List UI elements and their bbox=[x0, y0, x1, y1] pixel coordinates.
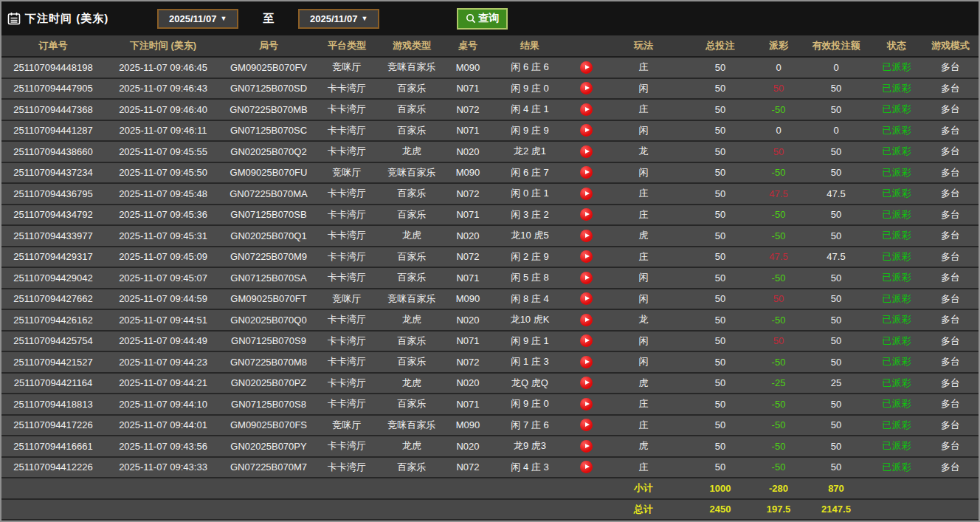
column-header: 结果 bbox=[490, 35, 570, 57]
total-bet: 50 bbox=[685, 57, 756, 78]
play-video-icon[interactable] bbox=[580, 124, 593, 137]
play-method: 虎 bbox=[602, 436, 685, 457]
play-video-icon[interactable] bbox=[580, 398, 593, 411]
game-mode: 多台 bbox=[922, 394, 979, 415]
game-number: GM09025B070FU bbox=[221, 162, 316, 184]
valid-bet-amount: 50 bbox=[801, 267, 871, 289]
play-video-icon[interactable] bbox=[580, 419, 593, 431]
play-video-icon[interactable] bbox=[580, 334, 593, 347]
platform-type: 卡卡湾厅 bbox=[316, 247, 378, 268]
result: 闲 4 庄 1 bbox=[490, 99, 570, 120]
game-mode: 多台 bbox=[922, 457, 979, 478]
game-mode: 多台 bbox=[922, 225, 979, 247]
play-video-icon[interactable] bbox=[580, 166, 593, 179]
subtotal-row-label: 小计 bbox=[602, 478, 685, 499]
payout: -50 bbox=[756, 225, 801, 247]
play-video-icon[interactable] bbox=[580, 145, 593, 158]
payout: -25 bbox=[756, 373, 801, 394]
chevron-down-icon: ▼ bbox=[220, 15, 227, 22]
table-row: 2511070944481982025-11-07 09:46:45GM0902… bbox=[1, 57, 979, 78]
play-method: 闲 bbox=[602, 78, 685, 100]
subtotal-row-total-bet: 1000 bbox=[685, 478, 756, 499]
order-number: 251107094417226 bbox=[1, 415, 105, 436]
table-number: M090 bbox=[446, 57, 490, 78]
query-button[interactable]: 查询 bbox=[457, 8, 508, 30]
betting-records-window: 下注时间 (美东) 2025/11/07 ▼ 至 2025/11/07 ▼ 查询 bbox=[0, 0, 980, 522]
play-video-icon[interactable] bbox=[580, 292, 593, 305]
play-video-icon[interactable] bbox=[580, 440, 593, 453]
play-method: 闲 bbox=[602, 267, 685, 289]
result: 龙10 虎5 bbox=[490, 225, 570, 247]
play-cell bbox=[570, 57, 602, 78]
result: 闲 7 庄 6 bbox=[490, 415, 570, 436]
result: 闲 8 庄 4 bbox=[490, 289, 570, 310]
play-cell bbox=[570, 436, 602, 457]
column-header: 平台类型 bbox=[316, 35, 378, 57]
play-cell bbox=[570, 415, 602, 436]
table-number: N072 bbox=[446, 351, 490, 373]
game-number: GN07225B070M8 bbox=[221, 351, 316, 373]
play-method: 闲 bbox=[602, 331, 685, 352]
bet-time: 2025-11-07 09:45:09 bbox=[105, 247, 221, 268]
play-video-icon[interactable] bbox=[580, 314, 593, 326]
play-cell bbox=[570, 373, 602, 394]
table-row: 2511070944479052025-11-07 09:46:43GN0712… bbox=[1, 78, 979, 100]
platform-type: 竞咪厅 bbox=[316, 162, 378, 184]
total-bet: 50 bbox=[685, 183, 756, 205]
order-number: 251107094429042 bbox=[1, 267, 105, 289]
status-badge: 已派彩 bbox=[871, 205, 922, 226]
play-video-icon[interactable] bbox=[580, 377, 593, 389]
valid-bet-amount: 50 bbox=[801, 141, 871, 162]
game-mode: 多台 bbox=[922, 289, 979, 310]
total-bet: 50 bbox=[685, 78, 756, 100]
play-video-icon[interactable] bbox=[580, 208, 593, 221]
column-header: 下注时间 (美东) bbox=[105, 35, 221, 57]
status-badge: 已派彩 bbox=[871, 289, 922, 310]
game-mode: 多台 bbox=[922, 415, 979, 436]
game-number: GN07225B070MB bbox=[221, 99, 316, 120]
spacer-cell bbox=[871, 499, 979, 521]
table-row: 2511070944386602025-11-07 09:45:55GN0202… bbox=[1, 141, 979, 162]
order-number: 251107094421164 bbox=[1, 373, 105, 394]
total-row-grand-payout: 197.5 bbox=[756, 499, 801, 521]
column-header: 状态 bbox=[871, 35, 922, 57]
total-bet: 50 bbox=[685, 205, 756, 226]
play-cell bbox=[570, 309, 602, 331]
table-number: M090 bbox=[446, 289, 490, 310]
play-video-icon[interactable] bbox=[580, 272, 593, 284]
game-mode: 多台 bbox=[922, 141, 979, 162]
to-label: 至 bbox=[263, 12, 274, 26]
game-type: 百家乐 bbox=[378, 99, 446, 120]
play-video-icon[interactable] bbox=[580, 356, 593, 368]
payout: -50 bbox=[756, 351, 801, 373]
game-type: 百家乐 bbox=[378, 394, 446, 415]
play-video-icon[interactable] bbox=[580, 61, 593, 74]
game-mode: 多台 bbox=[922, 351, 979, 373]
play-video-icon[interactable] bbox=[580, 188, 593, 200]
table-row: 2511070944347922025-11-07 09:45:36GN0712… bbox=[1, 205, 979, 226]
play-video-icon[interactable] bbox=[580, 250, 593, 263]
play-video-icon[interactable] bbox=[580, 230, 593, 242]
play-method: 庄 bbox=[602, 205, 685, 226]
game-mode: 多台 bbox=[922, 267, 979, 289]
total-bet: 50 bbox=[685, 309, 756, 331]
date-to-select[interactable]: 2025/11/07 ▼ bbox=[298, 9, 379, 29]
total-bet: 50 bbox=[685, 351, 756, 373]
order-number: 251107094447368 bbox=[1, 99, 105, 120]
play-video-icon[interactable] bbox=[580, 103, 593, 116]
payout: 50 bbox=[756, 289, 801, 310]
game-mode: 多台 bbox=[922, 162, 979, 184]
order-number: 251107094412226 bbox=[1, 457, 105, 478]
result: 闲 2 庄 9 bbox=[490, 247, 570, 268]
valid-bet-amount: 50 bbox=[801, 162, 871, 184]
valid-bet-amount: 50 bbox=[801, 394, 871, 415]
play-video-icon[interactable] bbox=[580, 82, 593, 95]
status-badge: 已派彩 bbox=[871, 120, 922, 142]
payout: 50 bbox=[756, 331, 801, 352]
play-cell bbox=[570, 78, 602, 100]
payout: 47.5 bbox=[756, 247, 801, 268]
game-type: 百家乐 bbox=[378, 205, 446, 226]
valid-bet-amount: 50 bbox=[801, 457, 871, 478]
play-video-icon[interactable] bbox=[580, 461, 593, 473]
date-from-select[interactable]: 2025/11/07 ▼ bbox=[157, 9, 238, 29]
